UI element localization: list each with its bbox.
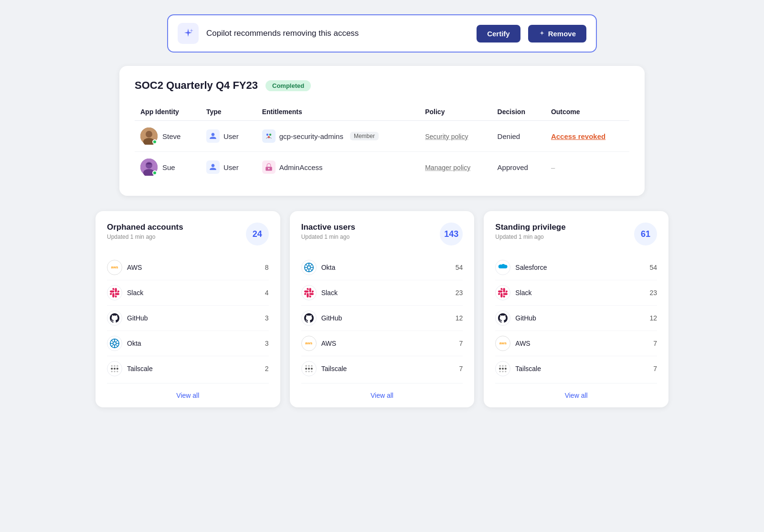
app-name: AWS — [127, 264, 142, 271]
aws-icon: aws — [107, 260, 122, 275]
app-name: AWS — [515, 340, 530, 347]
svg-line-39 — [306, 269, 308, 271]
item-left: Tailscale — [301, 361, 347, 376]
list-item: Slack 23 — [301, 280, 463, 306]
list-item: aws AWS 7 — [301, 331, 463, 356]
github-logo — [304, 313, 314, 323]
svg-line-17 — [111, 340, 113, 342]
table-row: Steve User gcp-security-admins — [135, 121, 629, 152]
admin-access-icon — [265, 163, 273, 171]
view-all-link[interactable]: View all — [371, 392, 393, 399]
slack-logo — [304, 288, 314, 298]
svg-point-42 — [310, 368, 312, 370]
manager-policy-link[interactable]: Manager policy — [425, 164, 470, 171]
list-item: aws AWS 7 — [495, 331, 657, 356]
slack-logo — [110, 288, 119, 298]
svg-point-46 — [305, 371, 307, 372]
item-left: GitHub — [301, 310, 342, 326]
tailscale-icon — [301, 361, 317, 376]
app-count: 12 — [456, 314, 463, 322]
item-left: GitHub — [495, 310, 536, 326]
certify-button[interactable]: Certify — [477, 25, 520, 43]
svg-point-1 — [146, 131, 152, 138]
decision-cell: Denied — [492, 121, 545, 152]
user-type-icon — [206, 129, 220, 143]
view-all-link[interactable]: View all — [176, 392, 199, 399]
view-all-link[interactable]: View all — [565, 392, 588, 399]
svg-point-52 — [499, 365, 501, 367]
sparkle-icon — [182, 28, 194, 39]
svg-point-56 — [502, 371, 504, 372]
svg-point-31 — [307, 266, 310, 269]
app-name: GitHub — [515, 314, 536, 322]
svg-point-3 — [266, 134, 268, 136]
app-count: 54 — [649, 264, 657, 271]
tailscale-logo — [498, 364, 508, 373]
app-count: 7 — [653, 340, 657, 347]
svg-point-43 — [305, 365, 307, 367]
user-icon — [209, 163, 217, 171]
svg-point-57 — [505, 371, 506, 372]
svg-point-5 — [267, 136, 270, 138]
type-cell: User — [201, 152, 256, 183]
remove-button[interactable]: Remove — [528, 25, 586, 43]
app-count: 7 — [459, 365, 463, 372]
list-item: Tailscale 7 — [495, 356, 657, 381]
list-item: GitHub 3 — [107, 306, 269, 331]
stat-count-badge: 24 — [246, 223, 269, 245]
svg-point-41 — [308, 368, 310, 370]
svg-line-37 — [310, 269, 312, 271]
col-policy: Policy — [419, 103, 491, 121]
item-left: GitHub — [107, 310, 148, 326]
list-item: Slack 4 — [107, 280, 269, 306]
tailscale-logo — [304, 364, 314, 373]
list-item: Okta 54 — [301, 255, 463, 280]
online-indicator — [152, 170, 157, 175]
card-title: Standing privilege — [495, 223, 565, 232]
review-table: App Identity Type Entitlements Policy De… — [135, 103, 629, 182]
soc2-title: SOC2 Quarterly Q4 FY23 — [135, 79, 258, 92]
slack-icon — [301, 285, 317, 300]
list-item: Slack 23 — [495, 280, 657, 306]
stat-list: Salesforce 54 Slack 23 — [495, 255, 657, 381]
table-body: Steve User gcp-security-admins — [135, 121, 629, 183]
app-name: Slack — [515, 289, 531, 297]
list-item: GitHub 12 — [301, 306, 463, 331]
svg-point-12 — [113, 342, 117, 345]
svg-point-49 — [499, 368, 501, 370]
user-type-icon — [206, 160, 220, 174]
item-left: Salesforce — [495, 260, 547, 275]
type-cell: User — [201, 121, 256, 152]
slack-icon — [107, 285, 122, 300]
item-left: Tailscale — [107, 361, 153, 376]
app-count: 4 — [265, 289, 269, 297]
card-header: Orphaned accounts Updated 1 min ago 24 — [107, 223, 269, 245]
stat-list: aws AWS 8 Slack 4 — [107, 255, 269, 381]
github-icon — [495, 310, 510, 326]
card-subtitle: Updated 1 min ago — [495, 234, 565, 240]
table-header: App Identity Type Entitlements Policy De… — [135, 103, 629, 121]
stat-count-badge: 61 — [634, 223, 657, 245]
app-count: 23 — [456, 289, 463, 297]
svg-point-51 — [505, 368, 507, 370]
security-policy-link[interactable]: Security policy — [425, 133, 468, 140]
view-all-row: View all — [495, 383, 657, 407]
app-name: Salesforce — [515, 264, 547, 271]
copilot-icon — [178, 23, 199, 44]
decision-cell: Approved — [492, 152, 545, 183]
soc2-card: SOC2 Quarterly Q4 FY23 Completed App Ide… — [119, 66, 645, 196]
okta-icon — [301, 260, 317, 275]
github-icon — [107, 310, 122, 326]
item-left: Tailscale — [495, 361, 541, 376]
app-name: GitHub — [127, 314, 148, 322]
svg-point-21 — [111, 368, 113, 370]
app-count: 3 — [265, 314, 269, 322]
svg-point-40 — [305, 368, 307, 370]
list-item: Salesforce 54 — [495, 255, 657, 280]
access-revoked-link[interactable]: Access revoked — [551, 132, 605, 140]
github-logo — [498, 313, 508, 323]
item-left: Slack — [107, 285, 143, 300]
soc2-header: SOC2 Quarterly Q4 FY23 Completed — [135, 79, 629, 92]
view-all-row: View all — [107, 383, 269, 407]
github-logo — [110, 313, 119, 323]
